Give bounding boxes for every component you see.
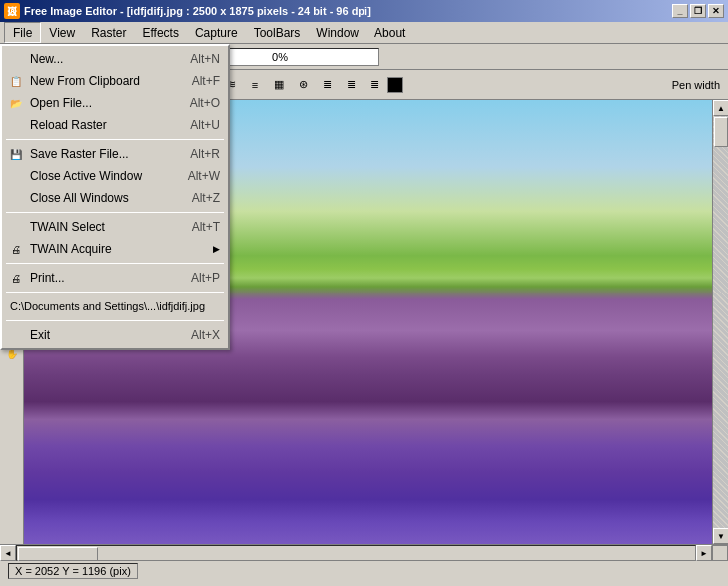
restore-button[interactable]: ❐ [690,4,706,18]
menu-item-view[interactable]: View [41,22,83,43]
menu-new[interactable]: New... Alt+N [2,48,228,70]
print-icon: 🖨 [8,270,24,286]
scroll-v-track[interactable] [713,116,728,528]
close-button[interactable]: ✕ [708,4,724,18]
tool-btn-11[interactable]: ≡ [244,74,266,96]
scroll-corner [712,545,728,561]
menu-exit[interactable]: Exit Alt+X [2,324,228,346]
title-bar: 🖼 Free Image Editor - [idfjdifj.jpg : 25… [0,0,728,22]
submenu-arrow: ▶ [213,244,220,254]
status-bar: X = 2052 Y = 1196 (pix) [0,560,728,580]
color-box[interactable] [387,77,403,93]
save-icon: 💾 [8,146,24,162]
file-dropdown: New... Alt+N 📋 New From Clipboard Alt+F … [0,44,230,350]
scrollbar-vertical: ▲ ▼ [712,100,728,544]
open-icon: 📂 [8,95,24,111]
tool-btn-13[interactable]: ⊛ [292,74,314,96]
menu-bar: File View Raster Effects Capture ToolBar… [0,22,728,44]
sep-3 [6,263,224,264]
menu-twain-select[interactable]: TWAIN Select Alt+T [2,216,228,238]
menu-item-capture[interactable]: Capture [187,22,246,43]
menu-item-effects[interactable]: Effects [134,22,186,43]
pen-width-label: Pen width [672,79,724,91]
menu-reload[interactable]: Reload Raster Alt+U [2,114,228,136]
menu-print[interactable]: 🖨 Print... Alt+P [2,267,228,289]
title-buttons: _ ❐ ✕ [672,4,724,18]
menu-close-all[interactable]: Close All Windows Alt+Z [2,187,228,209]
menu-new-clipboard[interactable]: 📋 New From Clipboard Alt+F [2,70,228,92]
scroll-h-thumb[interactable] [18,547,98,561]
scroll-left-btn[interactable]: ◄ [0,545,16,561]
title-bar-left: 🖼 Free Image Editor - [idfjdifj.jpg : 25… [4,3,371,19]
menu-item-toolbars[interactable]: ToolBars [246,22,309,43]
tool-btn-12[interactable]: ▦ [268,74,290,96]
scroll-right-btn[interactable]: ► [696,545,712,561]
menu-recent-file[interactable]: C:\Documents and Settings\...\idfjdifj.j… [2,295,228,317]
tool-btn-15[interactable]: ≣ [340,74,362,96]
tool-btn-16[interactable]: ≣ [364,74,385,96]
tool-btn-14[interactable]: ≣ [316,74,338,96]
scroll-up-btn[interactable]: ▲ [713,100,728,116]
sep-2 [6,212,224,213]
app-icon: 🖼 [4,3,20,19]
file-menu: New... Alt+N 📋 New From Clipboard Alt+F … [0,44,230,350]
window-title: Free Image Editor - [idfjdifj.jpg : 2500… [24,5,371,17]
sep-4 [6,292,224,293]
menu-item-raster[interactable]: Raster [83,22,134,43]
menu-item-about[interactable]: About [366,22,413,43]
menu-close-active[interactable]: Close Active Window Alt+W [2,165,228,187]
menu-open[interactable]: 📂 Open File... Alt+O [2,92,228,114]
sep-5 [6,320,224,321]
clipboard-icon: 📋 [8,73,24,89]
scroll-v-thumb[interactable] [714,117,728,147]
status-coords: X = 2052 Y = 1196 (pix) [8,563,138,579]
minimize-button[interactable]: _ [672,4,688,18]
sep-1 [6,139,224,140]
twain-icon: 🖨 [8,241,24,257]
bottom-scrollbar-area: ◄ ► [0,544,728,560]
scroll-h-track[interactable] [16,545,696,561]
menu-save[interactable]: 💾 Save Raster File... Alt+R [2,143,228,165]
menu-twain-acquire[interactable]: 🖨 TWAIN Acquire ▶ [2,238,228,260]
menu-item-file[interactable]: File [4,22,41,43]
scroll-down-btn[interactable]: ▼ [713,528,728,544]
menu-item-window[interactable]: Window [308,22,366,43]
